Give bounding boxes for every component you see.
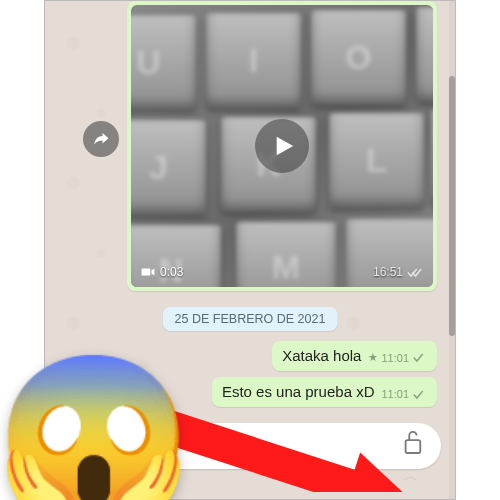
message-bubble[interactable]: Esto es una prueba xD 11:01	[212, 377, 437, 407]
play-icon	[273, 135, 295, 157]
video-duration: 0:03	[141, 265, 183, 279]
scrollbar-thumb[interactable]	[449, 76, 455, 336]
date-divider: 25 DE FEBRERO DE 2021	[163, 307, 338, 331]
star-icon: ★	[368, 351, 378, 364]
video-duration-text: 0:03	[160, 265, 183, 279]
video-thumbnail[interactable]: UIOP JKLÑ NM 0:03 16:51	[131, 5, 433, 287]
message-meta: 11:01	[381, 388, 428, 400]
message-meta: ★ 11:01	[368, 351, 428, 364]
lock-open-icon	[401, 429, 423, 455]
forward-icon	[92, 130, 110, 148]
message-time: 11:01	[381, 388, 409, 400]
message-time: 11:01	[381, 352, 409, 364]
video-timestamp: 16:51	[373, 265, 423, 279]
forward-button[interactable]	[83, 121, 119, 157]
scrollbar[interactable]	[449, 1, 455, 499]
play-button[interactable]	[255, 119, 309, 173]
read-ticks-icon	[407, 267, 423, 278]
chevron-up-icon: ︿	[403, 466, 419, 487]
videocam-icon	[141, 267, 155, 277]
video-message-bubble[interactable]: UIOP JKLÑ NM 0:03 16:51	[127, 1, 437, 291]
voice-lock-button[interactable]	[391, 421, 433, 463]
sent-ticks-icon	[412, 389, 428, 400]
message-bubble[interactable]: Xataka hola ★ 11:01	[272, 341, 437, 371]
sent-ticks-icon	[412, 352, 428, 363]
video-sent-time: 16:51	[373, 265, 403, 279]
message-text: Esto es una prueba xD	[222, 383, 375, 400]
message-text: Xataka hola	[282, 347, 361, 364]
scream-emoji: 😱	[0, 358, 194, 500]
